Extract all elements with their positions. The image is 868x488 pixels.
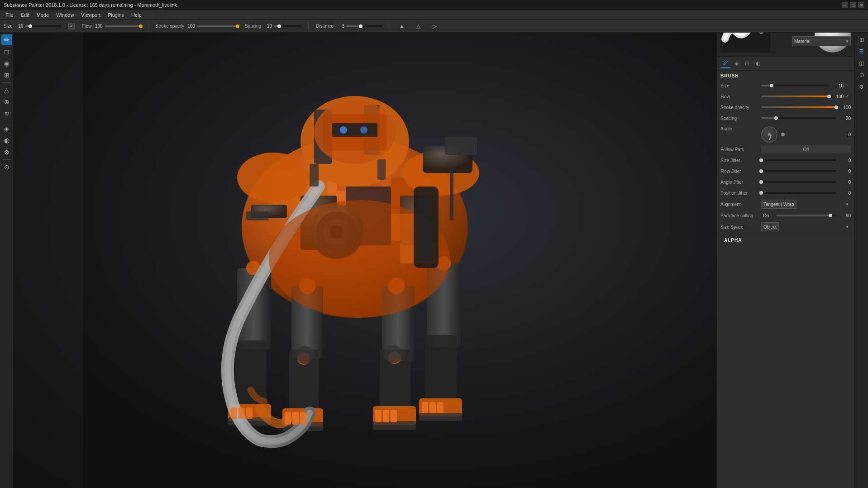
- follow-path-label: Follow Path: [720, 147, 761, 152]
- spacing-value: 20: [263, 24, 272, 29]
- bake-tool[interactable]: ◐: [1, 135, 12, 146]
- alpha-section: ALPHA: [717, 233, 854, 246]
- size-prop-slider[interactable]: [761, 85, 829, 86]
- spacing-prop-row: Spacing 20: [717, 113, 854, 124]
- clone-tool[interactable]: ⊕: [1, 96, 12, 107]
- follow-path-button[interactable]: Off: [761, 145, 851, 153]
- svg-rect-58: [300, 412, 306, 425]
- spacing-slider[interactable]: [274, 25, 301, 27]
- distance-value: 3: [335, 24, 344, 29]
- flow-jitter-slider[interactable]: [761, 170, 836, 172]
- size-jitter-label: Size Jitter: [720, 158, 761, 163]
- stroke-opacity-slider[interactable]: [197, 25, 238, 27]
- paint-brush-tool[interactable]: ✏: [1, 34, 12, 45]
- size-prop-row: Size 10 ✎: [717, 80, 854, 91]
- flow-label: Flow: [82, 24, 91, 29]
- distance-slider[interactable]: [346, 25, 382, 27]
- menubar: FileEditModeWindowViewportPluginsHelp: [0, 10, 868, 20]
- menu-item-viewport[interactable]: Viewport: [77, 11, 104, 19]
- svg-rect-55: [246, 211, 269, 220]
- backface-culling-slider[interactable]: [776, 215, 836, 216]
- texture-set-button[interactable]: ◫: [856, 58, 867, 69]
- size-slider[interactable]: [25, 25, 61, 27]
- separator-2: [308, 22, 309, 30]
- settings-button[interactable]: ⚙: [856, 81, 867, 92]
- display-settings-button[interactable]: ⊡: [856, 70, 867, 81]
- properties-panel: PROPERTIES - PAINT ⊡ ✕ 🖊 ◈ ⊡ ◐ BRUSH Siz…: [716, 0, 854, 488]
- size-space-arrow-icon: ▼: [845, 225, 849, 229]
- menu-item-file[interactable]: File: [2, 11, 17, 19]
- flow-prop-value: 100: [831, 94, 844, 99]
- menu-item-edit[interactable]: Edit: [17, 11, 33, 19]
- svg-rect-53: [377, 159, 386, 180]
- flow-slider[interactable]: [105, 25, 141, 27]
- angle-prop-control: 0: [761, 126, 851, 143]
- backface-culling-row: Backface culling On 90: [717, 210, 854, 221]
- projection-cube-btn[interactable]: ▷: [430, 22, 439, 31]
- svg-rect-59: [375, 410, 382, 422]
- size-space-control: Object ▼: [761, 222, 851, 231]
- tool-separator-2: [2, 121, 11, 121]
- size-jitter-row: Size Jitter 0: [717, 155, 854, 166]
- properties-tabs: 🖊 ◈ ⊡ ◐: [717, 57, 854, 71]
- svg-point-13: [340, 126, 347, 134]
- menu-item-help[interactable]: Help: [128, 11, 145, 19]
- smudge-tool[interactable]: ≋: [1, 108, 12, 119]
- alignment-row: Alignment Tangent | Wrap ▼: [717, 198, 854, 210]
- maximize-button[interactable]: □: [850, 2, 856, 8]
- svg-point-69: [384, 345, 402, 363]
- zoom-tool[interactable]: ⊙: [1, 162, 12, 172]
- alignment-control: Tangent | Wrap ▼: [761, 200, 851, 209]
- properties-panel-button[interactable]: ☰: [856, 46, 867, 57]
- stroke-opacity-prop-row: Stroke opacity 100: [717, 102, 854, 113]
- position-jitter-slider[interactable]: [761, 192, 836, 194]
- menu-item-window[interactable]: Window: [52, 11, 77, 19]
- tool-separator-3: [2, 159, 11, 160]
- close-button[interactable]: ✕: [858, 2, 864, 8]
- size-space-dropdown[interactable]: Object: [761, 222, 779, 231]
- angle-prop-value: 0: [787, 132, 851, 137]
- menu-item-plugins[interactable]: Plugins: [104, 11, 128, 19]
- stroke-opacity-label: Stroke opacity: [156, 24, 184, 29]
- distance-label: Distance: [316, 24, 334, 29]
- angle-dial[interactable]: [761, 126, 777, 143]
- stroke-opacity-prop-slider[interactable]: [761, 106, 836, 108]
- flow-prop-slider[interactable]: [761, 96, 829, 97]
- angle-jitter-slider[interactable]: [761, 181, 836, 183]
- material-dropdown[interactable]: Material: [792, 36, 851, 46]
- stroke-opacity-prop-control: 100: [761, 105, 851, 110]
- size-prop-control: 10 ✎: [761, 83, 851, 88]
- svg-rect-38: [425, 335, 457, 407]
- app-title: Substance Painter 2018.1.0 - License: 16…: [4, 2, 177, 8]
- flow-jitter-value: 0: [838, 169, 851, 174]
- projection-paint-tool[interactable]: ◉: [1, 58, 12, 69]
- titlebar-controls: ─ □ ✕: [842, 2, 864, 8]
- selection-tool[interactable]: ◈: [1, 123, 12, 134]
- flow-jitter-control: 0: [761, 169, 851, 174]
- menu-item-mode[interactable]: Mode: [33, 11, 53, 19]
- alignment-label: Alignment: [720, 202, 761, 207]
- spacing-prop-slider[interactable]: [761, 117, 836, 119]
- left-toolbar: ✏ ◻ ◉ ⊞ △ ⊕ ≋ ◈ ◐ ⊗ ⊙: [0, 33, 14, 488]
- size-jitter-slider[interactable]: [761, 159, 836, 161]
- channel-tab[interactable]: ◐: [753, 58, 763, 68]
- projection-sphere-btn[interactable]: △: [414, 22, 423, 31]
- svg-rect-67: [437, 402, 444, 413]
- flow-check-icon[interactable]: ✓: [845, 94, 851, 99]
- svg-rect-52: [310, 164, 319, 187]
- eraser-tool[interactable]: ◻: [1, 46, 12, 57]
- alignment-dropdown[interactable]: Tangent | Wrap: [761, 200, 796, 209]
- size-check[interactable]: ✓: [68, 23, 75, 29]
- minimize-button[interactable]: ─: [842, 2, 848, 8]
- texture-tab[interactable]: ⊡: [742, 58, 752, 68]
- material-picker-tool[interactable]: ⊗: [1, 147, 12, 158]
- fill-tool[interactable]: ⊞: [1, 70, 12, 81]
- projection-planar-btn[interactable]: ▲: [397, 22, 406, 31]
- size-edit-icon[interactable]: ✎: [845, 83, 851, 88]
- svg-rect-24: [450, 166, 453, 220]
- layers-panel-button[interactable]: ⊞: [856, 34, 867, 45]
- geometry-tool[interactable]: △: [1, 85, 12, 96]
- brush-tab[interactable]: 🖊: [720, 58, 730, 68]
- position-jitter-control: 0: [761, 191, 851, 196]
- material-tab[interactable]: ◈: [731, 58, 741, 68]
